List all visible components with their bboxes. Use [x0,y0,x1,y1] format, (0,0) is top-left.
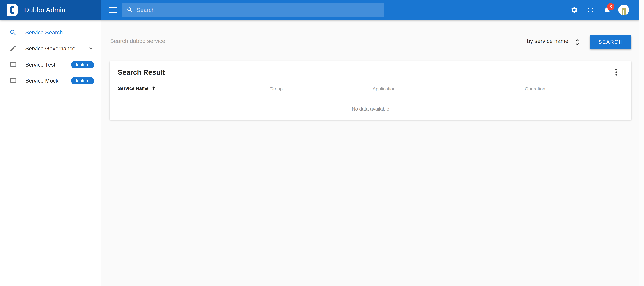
column-header-group[interactable]: Group [223,78,329,99]
gear-icon [570,6,578,14]
table-header-row: Service Name Group Application Operation [110,78,631,99]
column-header-operation: Operation [439,78,631,99]
page: Dubbo Admin 3 [0,0,644,286]
dubbo-logo-icon [7,3,18,16]
sidebar-item-service-mock[interactable]: Service Mock feature [0,73,101,89]
laptop-icon [10,61,17,68]
sidebar-item-label: Service Search [25,29,94,36]
service-search-row: by service name SEARCH [110,35,631,49]
service-search-field: by service name [110,38,569,49]
feature-badge: feature [71,61,94,68]
brand-block: Dubbo Admin [0,0,101,20]
column-label: Service Name [118,86,149,91]
menu-icon[interactable] [107,4,119,16]
service-search-input[interactable] [110,38,527,44]
avatar-glyph [622,8,626,15]
sort-asc-icon [151,85,156,92]
app-bar: Dubbo Admin 3 [0,0,639,20]
column-header-service-name[interactable]: Service Name [110,78,223,99]
search-result-card: Search Result Service Name [110,61,631,120]
sidebar: Service Search Service Governance Servic… [0,20,101,286]
fullscreen-icon [587,6,595,14]
search-button[interactable]: SEARCH [590,35,631,49]
avatar [618,4,629,15]
empty-state-text: No data available [110,99,631,119]
notification-badge: 3 [607,3,614,10]
settings-button[interactable] [566,2,582,18]
column-header-application[interactable]: Application [329,78,439,99]
app-bar-main: 3 [101,0,639,20]
app-window: Dubbo Admin 3 [0,0,639,286]
chevron-down-icon [88,45,94,52]
feature-badge: feature [71,77,94,84]
main-content: by service name SEARCH Search Result [101,20,639,286]
sidebar-item-label: Service Mock [25,78,63,84]
table-row: No data available [110,99,631,119]
result-table: Service Name Group Application Operation [110,78,631,119]
notifications-button[interactable]: 3 [599,2,616,18]
pencil-icon [10,45,17,52]
logo-bracket-shape [10,6,14,13]
search-type-select[interactable]: by service name [527,38,568,44]
browser-scrollbar[interactable] [639,0,644,286]
account-button[interactable] [616,2,632,18]
app-title: Dubbo Admin [24,6,66,14]
body-layout: Service Search Service Governance Servic… [0,20,639,286]
sidebar-item-label: Service Governance [25,45,79,52]
global-search-input[interactable] [136,7,380,13]
sidebar-item-service-governance[interactable]: Service Governance [0,40,101,57]
laptop-icon [10,77,17,84]
sidebar-item-service-test[interactable]: Service Test feature [0,57,101,73]
search-icon [10,29,17,36]
card-menu-button[interactable] [612,67,621,77]
fullscreen-button[interactable] [582,2,599,18]
global-search-field[interactable] [122,3,384,17]
card-title: Search Result [110,61,631,76]
search-icon [126,6,133,13]
sidebar-item-label: Service Test [25,61,63,68]
sidebar-item-service-search[interactable]: Service Search [0,24,101,40]
unfold-more-icon[interactable] [573,38,581,47]
